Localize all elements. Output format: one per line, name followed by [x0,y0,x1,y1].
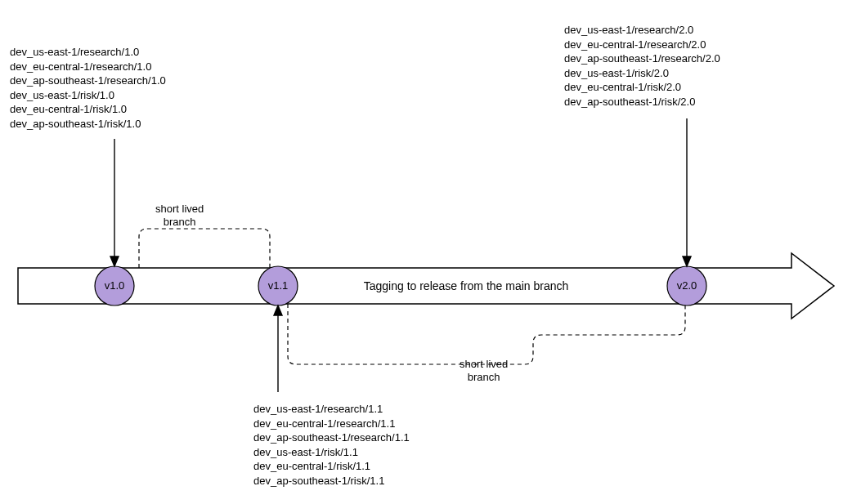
svg-marker-9 [683,256,691,266]
slb-bottom-line1: short lived [460,358,508,371]
tag-v11-0: dev_us-east-1/research/1.1 [253,402,410,417]
slb-top-line2: branch [155,216,204,229]
version-label-v10: v1.0 [105,279,125,292]
tag-v20-1: dev_eu-central-1/research/2.0 [564,38,720,52]
version-node-v11: v1.1 [258,266,298,306]
svg-marker-7 [274,306,282,315]
tag-list-v20: dev_us-east-1/research/2.0 dev_eu-centra… [564,23,720,109]
tag-list-v11: dev_us-east-1/research/1.1 dev_eu-centra… [253,402,410,488]
tag-v10-2: dev_ap-southeast-1/research/1.0 [10,74,166,88]
short-lived-branch-label-bottom: short lived branch [460,358,508,383]
slb-bottom-line2: branch [460,371,508,384]
tag-v11-3: dev_us-east-1/risk/1.1 [253,445,410,460]
tag-v11-4: dev_eu-central-1/risk/1.1 [253,459,410,474]
tag-v10-3: dev_us-east-1/risk/1.0 [10,88,166,103]
tag-v20-5: dev_ap-southeast-1/risk/2.0 [564,95,720,109]
tag-v20-3: dev_us-east-1/risk/2.0 [564,66,720,81]
tag-v10-1: dev_eu-central-1/research/1.0 [10,60,166,74]
short-lived-branch-bottom [288,304,685,364]
main-branch-caption: Tagging to release from the main branch [364,279,569,292]
tag-v10-0: dev_us-east-1/research/1.0 [10,45,166,60]
tag-v10-4: dev_eu-central-1/risk/1.0 [10,102,166,117]
tag-v11-1: dev_eu-central-1/research/1.1 [253,417,410,431]
pointer-arrows [110,118,691,392]
tag-list-v10: dev_us-east-1/research/1.0 dev_eu-centra… [10,45,166,131]
tag-v11-5: dev_ap-southeast-1/risk/1.1 [253,474,410,488]
tag-v20-0: dev_us-east-1/research/2.0 [564,23,720,38]
version-label-v11: v1.1 [268,279,289,292]
tag-v20-4: dev_eu-central-1/risk/2.0 [564,80,720,95]
branch-timeline-diagram: v1.0 v1.1 v2.0 Tagging to release from t… [0,0,843,504]
version-node-v10: v1.0 [95,266,134,306]
tag-v10-5: dev_ap-southeast-1/risk/1.0 [10,117,166,132]
svg-marker-5 [110,256,119,266]
short-lived-branch-label-top: short lived branch [155,203,204,228]
slb-top-line1: short lived [155,203,204,216]
short-lived-branch-top [139,229,270,268]
version-node-v20: v2.0 [667,266,706,306]
version-label-v20: v2.0 [677,279,697,292]
tag-v20-2: dev_ap-southeast-1/research/2.0 [564,51,720,66]
tag-v11-2: dev_ap-southeast-1/research/1.1 [253,430,410,445]
